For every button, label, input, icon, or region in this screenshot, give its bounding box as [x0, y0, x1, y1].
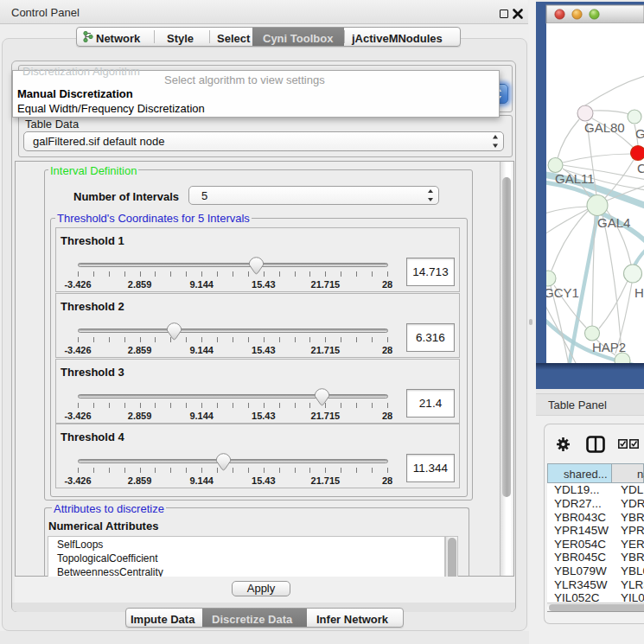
svg-text:C: C — [637, 161, 644, 175]
svg-text:GA: GA — [635, 126, 644, 141]
svg-text:GAL80: GAL80 — [584, 120, 625, 135]
svg-text:GCY1: GCY1 — [544, 285, 579, 300]
svg-text:GAL4: GAL4 — [597, 215, 630, 230]
svg-text:HAP2: HAP2 — [592, 340, 626, 354]
svg-text:H: H — [634, 285, 644, 300]
svg-text:GAL11: GAL11 — [555, 171, 595, 186]
